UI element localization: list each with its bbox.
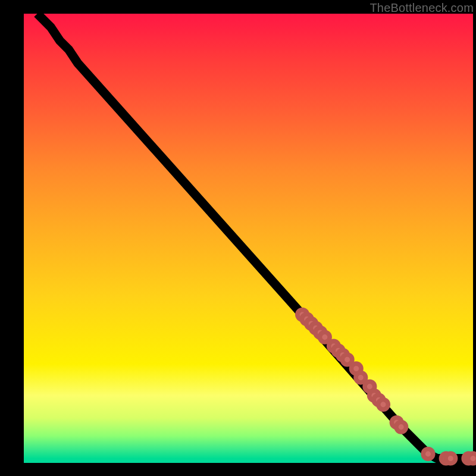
marker-group (298, 310, 476, 464)
data-point (342, 355, 352, 365)
data-point (423, 449, 433, 459)
data-point (446, 453, 456, 464)
data-point (468, 453, 476, 464)
data-point (356, 372, 366, 383)
chart-svg (24, 14, 473, 463)
watermark-text: TheBottleneck.com (369, 1, 474, 15)
chart-frame: TheBottleneck.com (0, 0, 476, 476)
data-point (396, 422, 406, 432)
data-point (320, 332, 330, 342)
bottleneck-curve (37, 14, 473, 458)
data-point (378, 400, 389, 410)
